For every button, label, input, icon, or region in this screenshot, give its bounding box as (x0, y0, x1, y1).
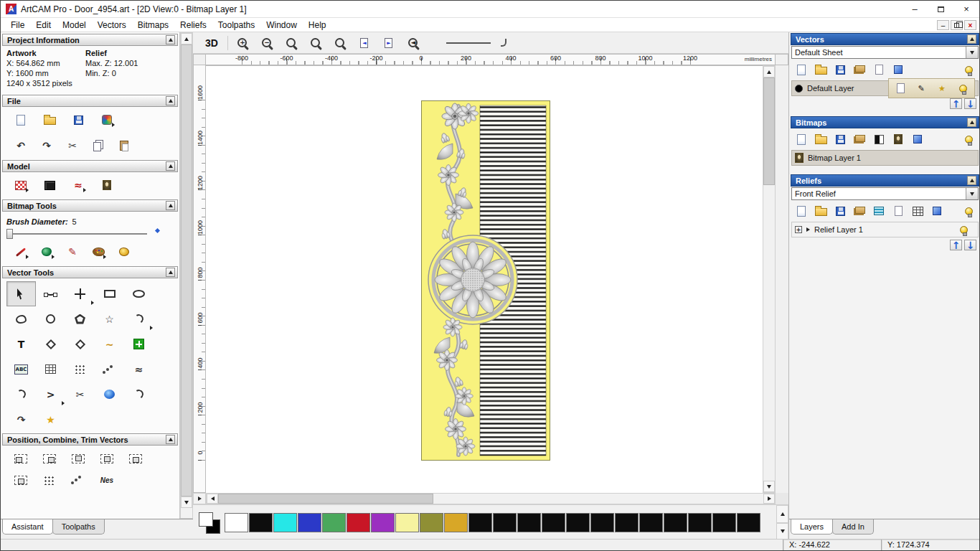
interactive-distortion[interactable] (95, 382, 124, 407)
expand-relief-layer-button[interactable]: + (795, 226, 802, 233)
palette-swatch-14[interactable] (566, 513, 590, 532)
import-relief[interactable] (853, 205, 866, 217)
maximize-button[interactable] (928, 1, 953, 17)
pick-colour[interactable]: ✎ (64, 243, 81, 260)
palette-swatch-3[interactable] (298, 513, 321, 532)
move-vector-layer-down[interactable]: ↓ (964, 98, 976, 109)
adjust-model-size[interactable] (41, 176, 58, 194)
new-relief-layer[interactable] (795, 205, 808, 217)
move-relief-layer-up[interactable]: ↑ (950, 240, 962, 250)
layers-tab-add-in[interactable]: Add In (832, 519, 874, 534)
align-top[interactable] (70, 450, 87, 467)
zoom-in[interactable]: + (234, 34, 251, 52)
layer-colour[interactable]: ★ (933, 80, 951, 97)
centre-in-page[interactable] (12, 471, 29, 489)
palette-swatch-13[interactable] (542, 513, 565, 532)
new-sheet[interactable] (872, 64, 885, 75)
align-right[interactable] (41, 450, 58, 467)
toggle-all-reliefs-visibility[interactable] (962, 205, 975, 217)
canvas-scroll-right-button[interactable] (763, 494, 775, 504)
palette-swatch-19[interactable] (688, 513, 712, 532)
collapse-bitmaps-button[interactable] (967, 118, 976, 127)
child-close-button[interactable]: × (964, 20, 976, 30)
collapse-file-button[interactable] (166, 96, 175, 105)
palette-scroll-up-button[interactable] (776, 505, 788, 523)
panel-toggle-button[interactable] (193, 493, 206, 504)
next-sheet[interactable]: ► (380, 34, 397, 52)
toggle-all-vectors-visibility[interactable] (962, 64, 975, 75)
relief-layer-row[interactable]: + Relief Layer 1 (791, 222, 979, 237)
assistant-tab-toolpaths[interactable]: Toolpaths (52, 519, 105, 534)
open-model[interactable] (41, 111, 58, 128)
assistant-tab-assistant[interactable]: Assistant (2, 519, 53, 534)
relief-layer-visibility[interactable] (955, 221, 972, 238)
redo[interactable]: ↷ (38, 137, 55, 154)
import-vectors[interactable] (853, 64, 866, 75)
collapse-reliefs-button[interactable] (967, 176, 976, 185)
palette-scrollbar[interactable] (776, 505, 788, 540)
envelope-distort[interactable] (36, 357, 65, 382)
sheet-dropdown-button[interactable] (966, 47, 978, 58)
palette-swatch-21[interactable] (737, 513, 760, 532)
set-model-size[interactable] (12, 176, 29, 194)
model-notes[interactable]: ≈ (70, 176, 87, 194)
menu-item-window[interactable]: Window (260, 19, 303, 32)
relief-dropdown[interactable]: Front Relief (791, 187, 979, 200)
create-text[interactable]: T (6, 331, 36, 357)
create-ellipse[interactable] (124, 281, 154, 306)
primary-colour-swatch[interactable] (199, 512, 213, 527)
bitmap-to-vector[interactable] (124, 331, 154, 357)
palette-swatch-11[interactable] (493, 513, 517, 532)
palette-swatch-5[interactable] (347, 513, 370, 532)
primary-secondary-colours[interactable] (197, 511, 222, 535)
child-restore-button[interactable] (951, 20, 963, 30)
save-model[interactable] (70, 111, 87, 128)
new-bitmap-layer[interactable] (795, 133, 808, 145)
paste-in-position[interactable] (41, 471, 58, 489)
load-reference-bitmap[interactable] (98, 176, 116, 194)
layer-visibility[interactable] (954, 80, 971, 97)
menu-item-file[interactable]: File (5, 19, 30, 32)
palette-swatch-4[interactable] (322, 513, 346, 532)
cut[interactable]: ✂ (64, 137, 81, 154)
node-editing[interactable] (36, 281, 65, 306)
toggle-all-bitmaps-visibility[interactable] (962, 133, 975, 145)
transform-vectors[interactable] (65, 281, 95, 306)
vector-doctor[interactable]: ★ (36, 407, 65, 432)
import-bitmap[interactable] (853, 133, 866, 145)
align-left[interactable] (12, 450, 29, 467)
measure-tool[interactable] (36, 331, 65, 357)
align-centre[interactable] (127, 450, 144, 467)
canvas-scroll-left-button[interactable] (207, 494, 218, 504)
open-vector-layer[interactable] (814, 64, 827, 75)
palette-swatch-16[interactable] (615, 513, 639, 532)
sheet-dropdown[interactable]: Default Sheet (791, 46, 979, 59)
move-vector-layer-up[interactable]: ↑ (950, 98, 962, 109)
palette-swatch-20[interactable] (712, 513, 736, 532)
open-bitmap-layer[interactable] (814, 133, 827, 145)
collapse-project-information-button[interactable] (166, 35, 175, 44)
palette-swatch-6[interactable] (371, 513, 395, 532)
canvas-vscroll-thumb[interactable] (763, 77, 775, 185)
save-vector-layer[interactable] (834, 64, 847, 75)
child-minimize-button[interactable]: – (937, 20, 949, 30)
paste[interactable] (116, 137, 133, 154)
colour-palette[interactable] (90, 243, 107, 260)
smooth-relief[interactable] (872, 205, 885, 217)
palette-swatch-15[interactable] (590, 513, 614, 532)
edit-layer-name[interactable]: ✎ (913, 80, 930, 97)
layer-colour-icon[interactable] (795, 85, 803, 93)
join-vectors[interactable]: > (36, 382, 65, 407)
menu-item-model[interactable]: Model (57, 19, 92, 32)
minimize-button[interactable]: – (902, 1, 928, 17)
collapse-position-button[interactable] (166, 435, 175, 444)
menu-item-help[interactable]: Help (303, 19, 332, 32)
move-relief-layer-down[interactable]: ↓ (964, 240, 976, 250)
paste-array-along-curve[interactable] (95, 357, 124, 382)
palette-swatch-12[interactable] (517, 513, 541, 532)
collapse-vector-tools-button[interactable] (166, 268, 175, 277)
palette-swatch-7[interactable] (395, 513, 419, 532)
delete-bitmap-layer[interactable] (911, 133, 924, 145)
canvas-scroll-up-button[interactable] (763, 66, 775, 77)
new-vector-layer[interactable] (795, 64, 808, 75)
